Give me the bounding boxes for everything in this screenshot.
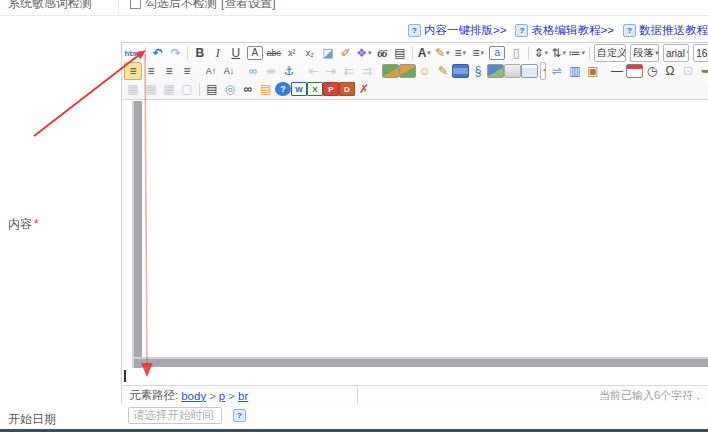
help-link-table-tutorial[interactable]: ? 表格编辑教程>>	[515, 23, 613, 38]
import-excel-icon[interactable]: X	[307, 82, 323, 96]
letter-spacing-down-icon[interactable]: A↓	[220, 62, 238, 80]
code-language-select[interactable]: 代码语言▾	[540, 62, 546, 80]
table-clear-icon[interactable]: ▢	[178, 80, 196, 98]
indent-first-line-icon[interactable]: ⇇	[340, 62, 358, 80]
insert-image-icon[interactable]	[382, 64, 399, 78]
toolbar-row-1: html↶↷BIUAabcx²x₂◪✐❖▾66▤A▾✎▾≡▾≡▾a▯⇕▾⇅▾≔▾…	[124, 44, 708, 62]
insert-date-icon[interactable]	[626, 64, 643, 78]
ordered-list-icon[interactable]: ≡▾	[451, 44, 469, 62]
align-center-icon[interactable]: ≡	[142, 62, 160, 80]
scrawl-icon[interactable]: ✎	[434, 62, 452, 80]
search-replace-icon[interactable]: ∞	[239, 80, 257, 98]
bold-icon[interactable]: B	[191, 44, 209, 62]
print-icon[interactable]: ▤	[203, 80, 221, 98]
italic-icon[interactable]: I	[209, 44, 227, 62]
emoji-icon[interactable]: ☺	[416, 62, 434, 80]
format-painter-icon[interactable]: ✐	[337, 44, 355, 62]
blank-doc-icon[interactable]: ▯	[507, 44, 525, 62]
editor-toolbar: html↶↷BIUAabcx²x₂◪✐❖▾66▤A▾✎▾≡▾≡▾a▯⇕▾⇅▾≔▾…	[122, 43, 708, 100]
align-right-icon[interactable]: ≡	[160, 62, 178, 80]
template-icon[interactable]: ▣	[584, 62, 602, 80]
indent-menu-icon[interactable]: ≔▾	[568, 44, 586, 62]
anchor-icon[interactable]: ⚓	[280, 62, 298, 80]
gallery-icon[interactable]	[487, 64, 504, 78]
unlink-icon[interactable]: ∞	[262, 62, 280, 80]
help-link-label: 内容一键排版>>	[424, 23, 506, 38]
highlight-color-icon[interactable]: ✎▾	[433, 44, 451, 62]
insert-code-icon[interactable]: ⇌	[548, 62, 566, 80]
unordered-list-icon[interactable]: ≡▾	[469, 44, 487, 62]
start-date-input[interactable]: 请选择开始时间	[128, 407, 222, 424]
clear-doc-icon[interactable]: ✗	[355, 80, 373, 98]
help-icon[interactable]: ?	[275, 82, 291, 96]
font-color-icon[interactable]: A▾	[415, 44, 433, 62]
link-icon[interactable]: ∞	[244, 62, 262, 80]
rich-text-editor: html↶↷BIUAabcx²x₂◪✐❖▾66▤A▾✎▾≡▾≡▾a▯⇕▾⇅▾≔▾…	[121, 42, 708, 403]
text-cursor	[124, 370, 126, 382]
path-separator: >	[209, 390, 216, 402]
custom-heading-select[interactable]: 自定义标题▾	[594, 44, 626, 62]
import-ppt-icon[interactable]: D	[339, 82, 355, 96]
special-char-icon[interactable]: Ω	[661, 62, 679, 80]
align-justify-icon[interactable]: ≡	[178, 62, 196, 80]
table-style-icon[interactable]: ▦	[160, 80, 178, 98]
format-eraser-icon[interactable]: ◪	[319, 44, 337, 62]
align-left-icon[interactable]: ≡	[124, 62, 142, 80]
letter-spacing-up-icon[interactable]: A↑	[202, 62, 220, 80]
drafts-icon[interactable]: ▤	[257, 80, 275, 98]
help-link-typeset[interactable]: ? 内容一键排版>>	[408, 23, 506, 38]
source-code-button[interactable]: html	[124, 44, 142, 62]
element-path-label: 元素路径:	[129, 388, 178, 403]
element-path: 元素路径: body > p > br	[122, 386, 358, 405]
text-effect-icon[interactable]: ❖▾	[355, 44, 373, 62]
import-pdf-icon[interactable]: P	[323, 82, 339, 96]
sensitive-checkbox-label: 勾选后不检测	[145, 0, 217, 12]
import-data-icon[interactable]: ➥	[697, 62, 708, 80]
doc-image-icon[interactable]	[521, 64, 538, 78]
formula-icon[interactable]: ⊡	[679, 62, 697, 80]
undo-icon[interactable]: ↶	[148, 44, 166, 62]
help-link-data-push[interactable]: ? 数据推送教程>>	[623, 23, 708, 38]
insert-video-icon[interactable]	[452, 64, 469, 78]
subscript-icon[interactable]: x₂	[301, 44, 319, 62]
horizontal-rule-icon[interactable]: —	[608, 62, 626, 80]
snapshot-icon[interactable]	[504, 64, 521, 78]
superscript-icon[interactable]: x²	[283, 44, 301, 62]
help-link-label: 数据推送教程>>	[639, 23, 708, 38]
image-manager-icon[interactable]	[399, 64, 416, 78]
char-border-icon[interactable]: A	[247, 46, 263, 60]
attachment-icon[interactable]: §	[469, 62, 487, 80]
required-asterisk: *	[34, 217, 39, 231]
merge-cells-icon[interactable]: ▦	[124, 80, 142, 98]
content-box-left-border	[134, 101, 142, 368]
sensitive-checkbox[interactable]	[130, 0, 141, 9]
redo-icon[interactable]: ↷	[166, 44, 184, 62]
paragraph-select[interactable]: 段落▾	[630, 44, 659, 62]
insert-title-icon[interactable]: ▤	[391, 44, 409, 62]
indent-left-icon[interactable]: ⇤	[304, 62, 322, 80]
date-help-icon[interactable]: ?	[233, 409, 246, 422]
view-settings-link[interactable]: [查看设置]	[221, 0, 276, 12]
question-icon: ?	[515, 24, 528, 37]
path-link-br[interactable]: br	[238, 390, 248, 402]
import-word-icon[interactable]: W	[291, 82, 307, 96]
columns-icon[interactable]: ▥	[566, 62, 584, 80]
underline-icon[interactable]: U	[227, 44, 245, 62]
indent-right-icon[interactable]: ⇥	[322, 62, 340, 80]
blockquote-icon[interactable]: 66	[373, 44, 391, 62]
toolbar-separator	[199, 83, 200, 96]
strikethrough-icon[interactable]: abc	[265, 44, 283, 62]
indent-hanging-icon[interactable]: ⇉	[358, 62, 376, 80]
font-size-select[interactable]: 16px▾	[693, 44, 708, 62]
paragraph-spacing-icon[interactable]: ⇕▾	[532, 44, 550, 62]
editor-content-area[interactable]	[122, 100, 708, 385]
path-link-p[interactable]: p	[219, 390, 225, 402]
preview-icon[interactable]: ◎	[221, 80, 239, 98]
font-family-select[interactable]: arial▾	[663, 44, 689, 62]
split-cells-icon[interactable]: ▦	[142, 80, 160, 98]
insert-time-icon[interactable]: ◷	[643, 62, 661, 80]
line-height-icon[interactable]: ⇅▾	[550, 44, 568, 62]
autotypeset-icon[interactable]: a	[489, 46, 505, 60]
path-link-body[interactable]: body	[181, 390, 206, 402]
start-date-label: 开始日期	[8, 411, 56, 428]
